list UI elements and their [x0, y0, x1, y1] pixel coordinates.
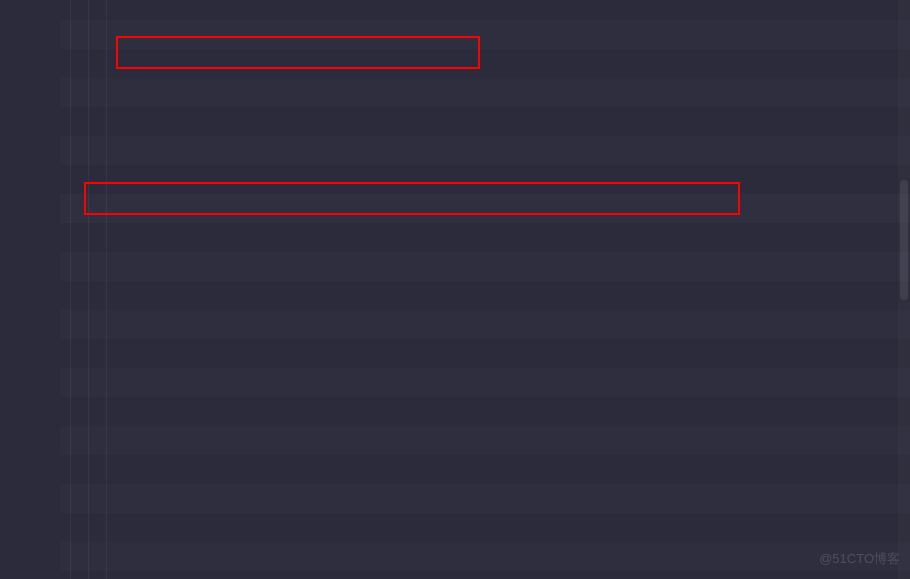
- watermark: @51CTO博客: [819, 544, 900, 573]
- highlight-box-1: [116, 36, 480, 69]
- highlight-box-2: [84, 182, 740, 215]
- gutter: [0, 0, 60, 579]
- indent-guides: [60, 0, 130, 579]
- vertical-scrollbar[interactable]: [898, 0, 910, 579]
- scrollbar-thumb[interactable]: [900, 180, 908, 300]
- code-editor[interactable]: var serverUrl = app.serverUrl; var retur…: [0, 0, 910, 579]
